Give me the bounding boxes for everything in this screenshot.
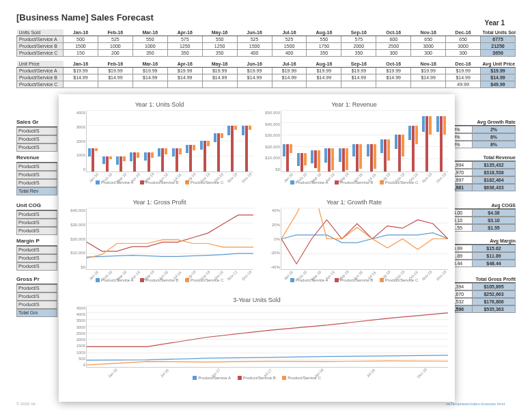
cell: $14.99 (307, 74, 341, 81)
row-stub: Product/S (16, 135, 57, 144)
row-label: Product/Service C (17, 50, 64, 57)
cell: $19.99 (411, 68, 446, 74)
month-header: Jan-16 (64, 61, 98, 68)
cell: $19.99 (446, 68, 481, 74)
cell: $14.99 (132, 74, 167, 81)
cell: 1250 (202, 43, 237, 50)
row-stub: Product/S (16, 246, 57, 254)
cell: 1250 (167, 43, 202, 50)
chart-units-sold: Year 1: Units Sold 40003000200010000Jan-… (66, 101, 253, 193)
month-header: Apr-16 (167, 29, 202, 36)
bar (398, 135, 401, 172)
bar (172, 148, 175, 156)
month-header: Feb-16 (98, 61, 132, 68)
bar (123, 156, 126, 162)
partial-total: $535,363 (473, 306, 515, 312)
bar (300, 153, 303, 172)
bar (227, 126, 230, 136)
row-stub: Product/S (16, 284, 57, 292)
bar (402, 135, 404, 156)
bar (217, 133, 220, 172)
bar (324, 148, 327, 163)
month-header: Feb-16 (98, 29, 132, 36)
bar (204, 141, 206, 172)
cell: 2000 (341, 43, 376, 50)
cell: 3000 (446, 43, 481, 50)
cell: 200 (98, 50, 132, 57)
row-total: 21250 (481, 43, 516, 50)
bar (374, 144, 376, 169)
line-series (281, 208, 448, 249)
table-row: Product/Service A50052555057555052552555… (17, 36, 516, 43)
bar (318, 150, 320, 172)
bar (387, 139, 390, 161)
bar (158, 148, 160, 156)
partial-total: $182,464 (473, 177, 515, 183)
month-header: Apr-16 (167, 61, 202, 68)
bar (283, 144, 285, 156)
cell: 550 (132, 36, 167, 43)
cell: 575 (167, 36, 202, 43)
bar (339, 148, 341, 162)
partial-total: $48.44 (473, 260, 515, 266)
partial-total: $3.10 (473, 217, 515, 223)
cell: 650 (411, 36, 446, 43)
table-row: Product/Service A$19.99$19.99$19.99$19.9… (17, 68, 516, 74)
cell: $14.99 (64, 74, 98, 81)
partial-total: 8% (473, 141, 515, 148)
cell: $14.99 (376, 74, 411, 81)
bar (429, 116, 432, 135)
cell: $19.99 (132, 68, 167, 74)
table-row: Product/Service C15020035035035040040035… (17, 50, 516, 57)
cell: 1500 (237, 43, 272, 50)
year-label: Year 1 (485, 19, 505, 27)
month-header: Mar-16 (132, 61, 167, 68)
bar (151, 152, 154, 158)
cell (202, 81, 237, 88)
line-series (87, 313, 448, 346)
line-series (281, 220, 448, 264)
line-series (87, 254, 253, 257)
bar (384, 139, 387, 172)
chart-growth-rate: Year 1: Growth Rate 40%20%0%-20%-40%Jan-… (260, 199, 448, 291)
partial-total: $636,433 (473, 184, 515, 191)
cell: 1500 (272, 43, 307, 50)
bar (130, 152, 132, 161)
row-stub: Product/S (16, 171, 57, 179)
page-title: [Business Name] Sales Forecast (16, 12, 516, 23)
bar (415, 126, 418, 144)
cell: 350 (341, 50, 376, 57)
bar (92, 148, 94, 172)
partial-total: 8% (473, 134, 515, 140)
cell: 400 (272, 50, 307, 57)
bar (102, 156, 105, 165)
row-stub: Product/S (16, 163, 57, 171)
month-header: May-16 (202, 61, 237, 68)
table-row: Product/Service B$14.99$14.99$14.99$14.9… (17, 74, 516, 81)
month-header: Aug-16 (307, 29, 341, 36)
cell (341, 81, 376, 88)
bar (395, 135, 397, 149)
cell (64, 81, 98, 88)
partial-total: $11.89 (473, 253, 515, 259)
bar (249, 126, 251, 131)
cell: 650 (446, 36, 481, 43)
total-header: Total Units Sold (481, 29, 516, 36)
row-label: Product/Service B (17, 43, 64, 50)
cell: 350 (202, 50, 237, 57)
cell: 350 (167, 50, 202, 57)
bar (314, 150, 317, 169)
month-header: Nov-16 (411, 29, 446, 36)
bar (207, 141, 210, 146)
month-header: Jul-16 (272, 61, 307, 68)
row-stub: Product/S (16, 219, 57, 227)
unit-price-table: Unit PriceJan-16Feb-16Mar-16Apr-16May-16… (16, 61, 516, 88)
line-series (87, 361, 448, 365)
cell: $19.99 (237, 68, 272, 74)
cell: 575 (341, 36, 376, 43)
cell: 600 (376, 36, 411, 43)
month-header: Sep-16 (341, 61, 376, 68)
cell (307, 81, 341, 88)
cell: $14.99 (202, 74, 237, 81)
cell: $19.99 (202, 68, 237, 74)
